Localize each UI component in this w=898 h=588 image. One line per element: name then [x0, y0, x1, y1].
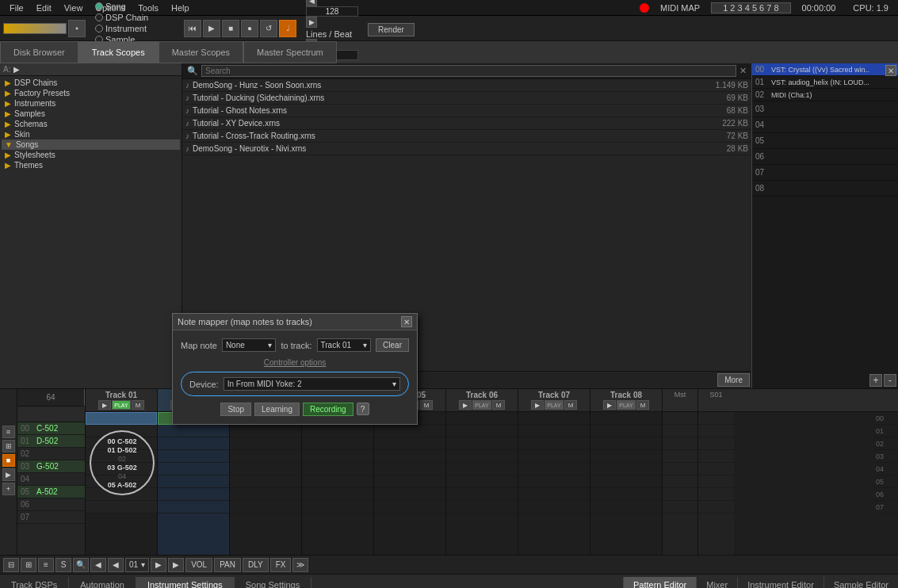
seq-cell-01-05[interactable]	[86, 475, 157, 488]
seq-cell-mst-00[interactable]	[663, 412, 697, 425]
seq-cell-02-05[interactable]	[158, 475, 229, 488]
seq-cell-06-04[interactable]	[446, 463, 518, 475]
seq-cell-s01-03[interactable]	[698, 450, 734, 463]
seq-col-06[interactable]	[446, 412, 518, 555]
track-08-mute[interactable]: M	[636, 400, 649, 410]
dialog-clear-button[interactable]: Clear	[376, 338, 409, 352]
remove-instrument-button[interactable]: -	[884, 374, 896, 387]
seq-cell-07-06[interactable]	[518, 488, 590, 501]
seq-cell-s01-06[interactable]	[698, 488, 734, 501]
tb-search-btn[interactable]: 🔍	[73, 558, 89, 572]
dialog-device-select[interactable]: In From MIDI Yoke: 2 ▾	[224, 377, 400, 391]
dialog-recording-button[interactable]: Recording	[303, 403, 353, 416]
seq-cell-01-04[interactable]	[86, 463, 157, 475]
seq-cell-04-01[interactable]	[302, 425, 373, 437]
seq-cell-03-04[interactable]	[230, 463, 301, 475]
position-bar[interactable]	[3, 23, 67, 34]
seq-cell-03-05[interactable]	[230, 475, 301, 488]
track-06-mute[interactable]: M	[492, 400, 505, 410]
tb-nav-right[interactable]: ▶	[151, 558, 166, 572]
seq-cell-07-02[interactable]	[518, 437, 590, 450]
seq-cell-02-04[interactable]	[158, 463, 229, 475]
tab-pattern-editor[interactable]: Pattern Editor	[623, 577, 696, 588]
seq-cell-06-00[interactable]	[446, 412, 518, 425]
seq-cell-08-05[interactable]	[590, 475, 662, 488]
dialog-close-button[interactable]: ✕	[401, 316, 412, 327]
seq-cell-08-04[interactable]	[590, 463, 662, 475]
seq-cell-04-02[interactable]	[302, 437, 373, 450]
seq-cell-04-05[interactable]	[302, 475, 373, 488]
btn-metronome[interactable]: ♩	[279, 20, 296, 37]
menu-file[interactable]: File	[3, 3, 30, 13]
btn-record[interactable]: ●	[241, 20, 258, 37]
tb-track-btn[interactable]: ≡	[38, 558, 54, 572]
seq-cell-07-03[interactable]	[518, 450, 590, 463]
seq-cell-mst-05[interactable]	[663, 475, 697, 488]
seq-ctrl-btn-2[interactable]: ⊞	[2, 440, 15, 452]
seq-cell-s01-02[interactable]	[698, 437, 734, 450]
instrument-item-5[interactable]: 05	[752, 133, 898, 149]
instrument-item-3[interactable]: 03	[752, 101, 898, 117]
seq-col-02[interactable]	[158, 412, 230, 555]
search-close-icon[interactable]: ✕	[736, 66, 750, 76]
dialog-learning-button[interactable]: Learning	[254, 403, 300, 416]
seq-cell-07-04[interactable]	[518, 463, 590, 475]
track-07-mute[interactable]: M	[564, 400, 577, 410]
seq-cell-02-02[interactable]	[158, 437, 229, 450]
seq-cell-06-07[interactable]	[446, 501, 518, 514]
bpm-dec[interactable]: ◀	[306, 0, 317, 6]
seq-cell-mst-04[interactable]	[663, 463, 697, 475]
seq-cell-mst-06[interactable]	[663, 488, 697, 501]
seq-cell-s01-05[interactable]	[698, 475, 734, 488]
file-item-songs[interactable]: ▼ Songs	[2, 139, 180, 150]
tb-nav-right2[interactable]: ▶	[168, 558, 184, 572]
seq-cell-01-06[interactable]	[86, 488, 157, 501]
dialog-help-button[interactable]: ?	[357, 403, 369, 415]
instrument-radio[interactable]	[95, 25, 103, 32]
seq-cell-04-06[interactable]	[302, 488, 373, 501]
btn-loop[interactable]: ↺	[260, 20, 277, 37]
instrument-item-4[interactable]: 04	[752, 117, 898, 133]
seq-cell-08-06[interactable]	[590, 488, 662, 501]
seq-cell-05-07[interactable]	[374, 501, 445, 514]
track-06-play[interactable]: ▶	[459, 400, 472, 410]
content-row-2[interactable]: ♪ Tutorial - Ghost Notes.xrns 68 KB	[182, 105, 751, 117]
track-01-play[interactable]: ▶	[98, 400, 111, 410]
render-button[interactable]: Render	[368, 23, 415, 36]
more-button[interactable]: More	[717, 373, 750, 387]
track-08-play[interactable]: ▶	[603, 400, 616, 410]
seq-cell-05-05[interactable]	[374, 475, 445, 488]
instrument-item-7[interactable]: 07	[752, 165, 898, 181]
file-item-themes[interactable]: ▶ Themes	[2, 160, 180, 170]
instrument-item-0[interactable]: 00 VST: Crystal ((Vv) Sacred win..	[752, 63, 898, 76]
seq-cell-mst-02[interactable]	[663, 437, 697, 450]
seq-cell-02-01[interactable]	[158, 425, 229, 437]
track-08-play-inactive[interactable]: PLAY	[617, 400, 636, 410]
file-item-dsp-chains[interactable]: ▶ DSP Chains	[2, 78, 180, 88]
instrument-item-1[interactable]: 01 VST: audiog_helix (IN: LOUD...	[752, 76, 898, 89]
seq-ctrl-btn-5[interactable]: +	[2, 483, 15, 495]
seq-cell-05-01[interactable]	[374, 425, 445, 437]
seq-col-03[interactable]	[230, 412, 302, 555]
tab-instrument-editor[interactable]: Instrument Editor	[737, 577, 823, 588]
seq-cell-08-02[interactable]	[590, 437, 662, 450]
instrument-panel-close[interactable]: ✕	[885, 65, 896, 76]
dialog-stop-button[interactable]: Stop	[220, 403, 251, 416]
seq-col-08[interactable]	[590, 412, 663, 555]
seq-cell-07-07[interactable]	[518, 501, 590, 514]
content-row-3[interactable]: ♪ Tutorial - XY Device.xrns 222 KB	[182, 117, 751, 130]
song-radio[interactable]	[95, 2, 103, 10]
seq-col-01[interactable]	[86, 412, 158, 555]
seq-cell-04-03[interactable]	[302, 450, 373, 463]
tab-master-scopes[interactable]: Master Scopes	[159, 41, 243, 63]
tab-sample-editor[interactable]: Sample Editor	[823, 577, 898, 588]
seq-cell-01-00[interactable]	[86, 412, 157, 425]
seq-cell-mst-03[interactable]	[663, 450, 697, 463]
file-item-schemas[interactable]: ▶ Schemas	[2, 119, 180, 129]
seq-cell-07-00[interactable]	[518, 412, 590, 425]
seq-cell-01-01[interactable]	[86, 425, 157, 437]
seq-cell-s01-00[interactable]	[698, 412, 734, 425]
file-item-instruments[interactable]: ▶ Instruments	[2, 98, 180, 109]
seq-cell-s01-04[interactable]	[698, 463, 734, 475]
seq-cell-03-06[interactable]	[230, 488, 301, 501]
